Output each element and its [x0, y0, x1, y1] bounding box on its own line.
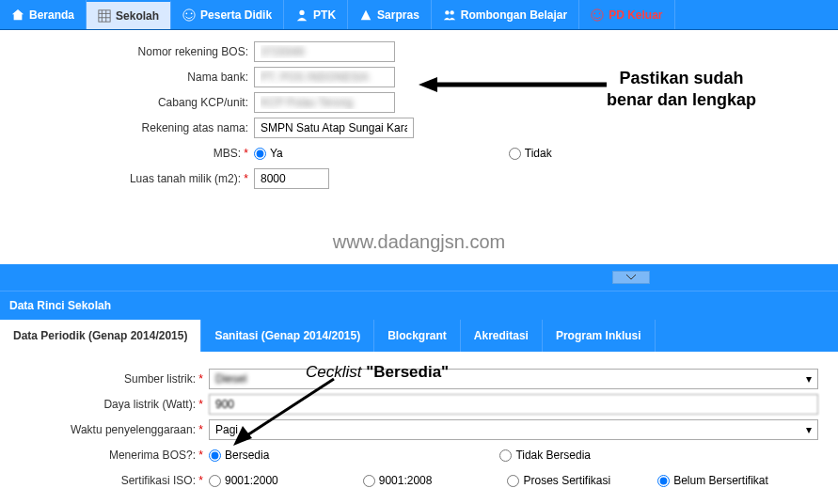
user-icon	[295, 8, 308, 22]
smile-icon	[591, 8, 604, 22]
label-rekening-nama: Rekening atas nama:	[0, 121, 254, 134]
label-iso: Sertifikasi ISO: *	[0, 474, 209, 487]
input-rekening-nama[interactable]	[254, 118, 414, 138]
radio-iso-belum[interactable]: Belum Bersertifikat	[657, 474, 768, 487]
input-nama-bank[interactable]	[254, 67, 395, 87]
svg-marker-15	[419, 77, 437, 92]
label-daya: Daya listrik (Watt): *	[0, 398, 209, 411]
svg-point-8	[299, 9, 304, 14]
label-cabang: Cabang KCP/unit:	[0, 96, 254, 109]
label-nama-bank: Nama bank:	[0, 71, 254, 84]
input-cabang[interactable]	[254, 92, 395, 113]
smile-icon	[182, 8, 196, 22]
section-header: Data Rinci Sekolah	[0, 291, 838, 320]
top-navigation: Beranda Sekolah Peserta Didik PTK Sarpra…	[0, 0, 838, 30]
svg-point-7	[191, 12, 193, 14]
subtab-sanitasi[interactable]: Sanitasi (Genap 2014/2015)	[201, 320, 374, 352]
annotation-pastikan: Pastikan sudah benar dan lengkap	[607, 68, 756, 112]
chevron-down-icon: ▾	[806, 372, 812, 386]
tab-sekolah[interactable]: Sekolah	[87, 0, 171, 29]
watermark-text: www.dadangjsn.com	[0, 226, 838, 264]
radio-mbs-tidak[interactable]: Tidak	[509, 147, 552, 160]
grid-icon	[98, 9, 111, 23]
tab-label: Sekolah	[116, 9, 159, 23]
svg-line-16	[240, 379, 334, 440]
tab-pd-keluar[interactable]: PD Keluar	[579, 0, 674, 29]
svg-rect-0	[99, 9, 110, 21]
tab-rombel[interactable]: Rombongan Belajar	[432, 0, 579, 29]
collapse-button[interactable]	[612, 271, 650, 284]
svg-marker-17	[233, 426, 252, 446]
label-menerima-bos: Menerima BOS?: *	[0, 449, 209, 462]
svg-point-13	[599, 12, 601, 14]
svg-point-5	[183, 8, 195, 20]
svg-point-6	[186, 12, 188, 14]
home-icon	[11, 8, 24, 22]
chevron-down-icon	[626, 275, 636, 280]
subtab-data-periodik[interactable]: Data Periodik (Genap 2014/2015)	[0, 320, 201, 352]
label-waktu: Waktu penyelenggaraan: *	[0, 423, 209, 436]
tab-label: Beranda	[29, 8, 74, 22]
arrow-icon	[419, 75, 607, 94]
building-icon	[359, 8, 372, 22]
label-mbs: MBS: *	[0, 147, 254, 160]
collapse-bar	[0, 264, 838, 291]
svg-point-12	[594, 12, 596, 14]
radio-bos-bersedia[interactable]: Bersedia	[209, 449, 269, 462]
tab-label: PTK	[313, 8, 336, 22]
input-luas[interactable]	[254, 168, 329, 189]
subtab-akreditasi[interactable]: Akreditasi	[461, 320, 543, 352]
radio-iso-9001-2008[interactable]: 9001:2008	[363, 474, 433, 487]
tab-peserta-didik[interactable]: Peserta Didik	[171, 0, 284, 29]
input-nomor-rekening[interactable]	[254, 41, 395, 62]
svg-point-10	[450, 10, 453, 14]
sub-navigation: Data Periodik (Genap 2014/2015) Sanitasi…	[0, 320, 838, 352]
subtab-blockgrant[interactable]: Blockgrant	[374, 320, 461, 352]
svg-point-11	[592, 8, 603, 20]
tab-label: PD Keluar	[609, 8, 662, 22]
tab-ptk[interactable]: PTK	[284, 0, 348, 29]
radio-iso-9001-2000[interactable]: 9001:2000	[209, 474, 278, 487]
svg-point-9	[445, 10, 449, 14]
label-sumber-listrik: Sumber listrik: *	[0, 372, 209, 386]
label-nomor-rekening: Nomor rekening BOS:	[0, 45, 254, 58]
tab-label: Rombongan Belajar	[461, 8, 567, 22]
tab-label: Peserta Didik	[200, 8, 272, 22]
radio-mbs-ya[interactable]: Ya	[254, 147, 283, 160]
tab-beranda[interactable]: Beranda	[0, 0, 87, 29]
arrow-icon	[226, 374, 348, 449]
chevron-down-icon: ▾	[806, 423, 812, 436]
subtab-program-inklusi[interactable]: Program Inklusi	[543, 320, 656, 352]
tab-label: Sarpras	[377, 8, 419, 22]
radio-bos-tidak[interactable]: Tidak Bersedia	[499, 449, 591, 462]
tab-sarpras[interactable]: Sarpras	[348, 0, 432, 29]
radio-iso-proses[interactable]: Proses Sertifikasi	[507, 474, 610, 487]
school-form-upper: Nomor rekening BOS: Nama bank: Cabang KC…	[0, 30, 838, 226]
label-luas: Luas tanah milik (m2): *	[0, 172, 254, 185]
group-icon	[443, 8, 456, 22]
